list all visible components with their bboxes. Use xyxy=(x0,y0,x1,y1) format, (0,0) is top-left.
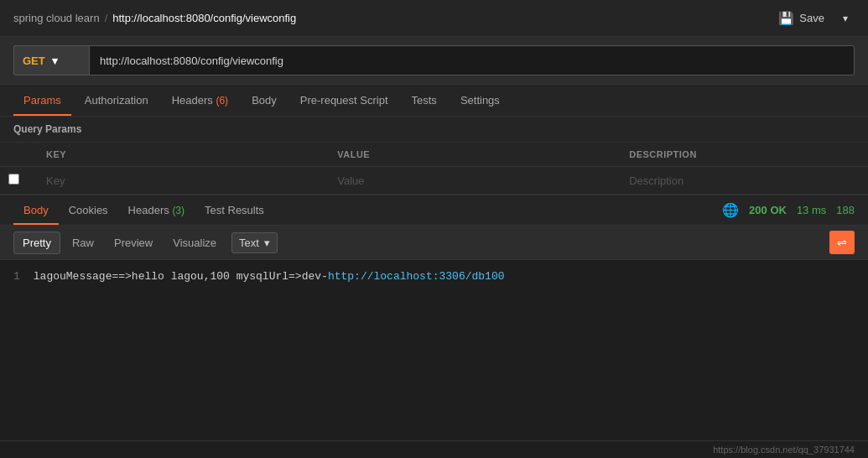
method-label: GET xyxy=(23,55,45,67)
checkbox-col-header xyxy=(0,143,33,167)
line-number-1: 1 xyxy=(13,270,20,430)
desc-col-header: DESCRIPTION xyxy=(616,143,868,167)
tab-params[interactable]: Params xyxy=(13,85,71,116)
breadcrumb: spring cloud learn / http://localhost:80… xyxy=(13,12,296,24)
breadcrumb-current: http://localhost:8080/config/viewconfig xyxy=(112,12,296,24)
text-type-dropdown[interactable]: Text ▾ xyxy=(231,232,278,253)
response-tab-body[interactable]: Body xyxy=(13,195,59,225)
body-format-row: Pretty Raw Preview Visualize Text ▾ ⇌ xyxy=(0,226,868,260)
footer: https://blog.csdn.net/qq_37931744 xyxy=(0,440,868,458)
response-tab-cookies[interactable]: Cookies xyxy=(59,195,118,225)
save-label: Save xyxy=(799,12,824,24)
response-headers-badge: (3) xyxy=(172,205,185,216)
row-checkbox[interactable] xyxy=(0,167,33,195)
headers-badge: (6) xyxy=(216,95,228,107)
status-time: 13 ms xyxy=(797,204,826,216)
tab-headers[interactable]: Headers (6) xyxy=(162,85,238,116)
method-select[interactable]: GET ▾ xyxy=(13,45,89,75)
breadcrumb-app: spring cloud learn xyxy=(13,12,100,24)
preview-button[interactable]: Preview xyxy=(106,232,161,253)
query-params-label: Query Params xyxy=(0,117,868,143)
response-tab-test-results[interactable]: Test Results xyxy=(195,195,274,225)
text-type-arrow-icon: ▾ xyxy=(264,237,270,249)
raw-button[interactable]: Raw xyxy=(64,232,102,253)
method-arrow-icon: ▾ xyxy=(52,55,58,67)
save-area: 💾 Save ▾ xyxy=(768,6,855,31)
top-bar: spring cloud learn / http://localhost:80… xyxy=(0,0,868,37)
breadcrumb-separator: / xyxy=(105,12,108,24)
response-tab-headers[interactable]: Headers (3) xyxy=(118,195,195,225)
response-line1-link[interactable]: http://localhost:3306/db100 xyxy=(328,270,505,283)
response-line1-text: lagouMessage==>hello lagou,100 mysqlUrl=… xyxy=(34,270,328,283)
key-col-header: KEY xyxy=(33,143,324,167)
response-text: lagouMessage==>hello lagou,100 mysqlUrl=… xyxy=(34,270,505,430)
desc-cell[interactable]: Description xyxy=(616,167,868,195)
save-icon: 💾 xyxy=(778,11,794,26)
status-code: 200 OK xyxy=(749,204,787,216)
url-input[interactable] xyxy=(89,45,855,75)
content-area: GET ▾ Params Authorization Headers (6) B… xyxy=(0,37,868,458)
footer-text: https://blog.csdn.net/qq_37931744 xyxy=(713,445,855,455)
value-col-header: VALUE xyxy=(324,143,616,167)
pretty-button[interactable]: Pretty xyxy=(13,232,60,254)
visualize-button[interactable]: Visualize xyxy=(164,232,225,253)
save-dropdown-button[interactable]: ▾ xyxy=(836,8,855,29)
response-status-area: 🌐 200 OK 13 ms 188 xyxy=(722,202,855,218)
tab-authorization[interactable]: Authorization xyxy=(75,85,159,116)
table-row: Key Value Description xyxy=(0,167,868,195)
params-table: KEY VALUE DESCRIPTION Key Value xyxy=(0,143,868,195)
url-bar: GET ▾ xyxy=(0,37,868,85)
request-tabs-row: Params Authorization Headers (6) Body Pr… xyxy=(0,85,868,117)
response-tabs-row: Body Cookies Headers (3) Test Results 🌐 … xyxy=(0,195,868,226)
save-button[interactable]: 💾 Save xyxy=(768,6,834,31)
status-size: 188 xyxy=(836,204,855,216)
tab-body[interactable]: Body xyxy=(242,85,287,116)
tab-pre-request[interactable]: Pre-request Script xyxy=(290,85,398,116)
text-type-label: Text xyxy=(239,237,259,249)
wrap-button[interactable]: ⇌ xyxy=(829,231,855,254)
tab-settings[interactable]: Settings xyxy=(450,85,510,116)
row-checkbox-input[interactable] xyxy=(8,174,19,185)
tab-tests[interactable]: Tests xyxy=(402,85,447,116)
value-cell[interactable]: Value xyxy=(324,167,616,195)
response-body: 1 lagouMessage==>hello lagou,100 mysqlUr… xyxy=(0,260,868,440)
wrap-icon: ⇌ xyxy=(837,236,847,249)
key-cell[interactable]: Key xyxy=(33,167,324,195)
globe-icon: 🌐 xyxy=(722,202,739,218)
